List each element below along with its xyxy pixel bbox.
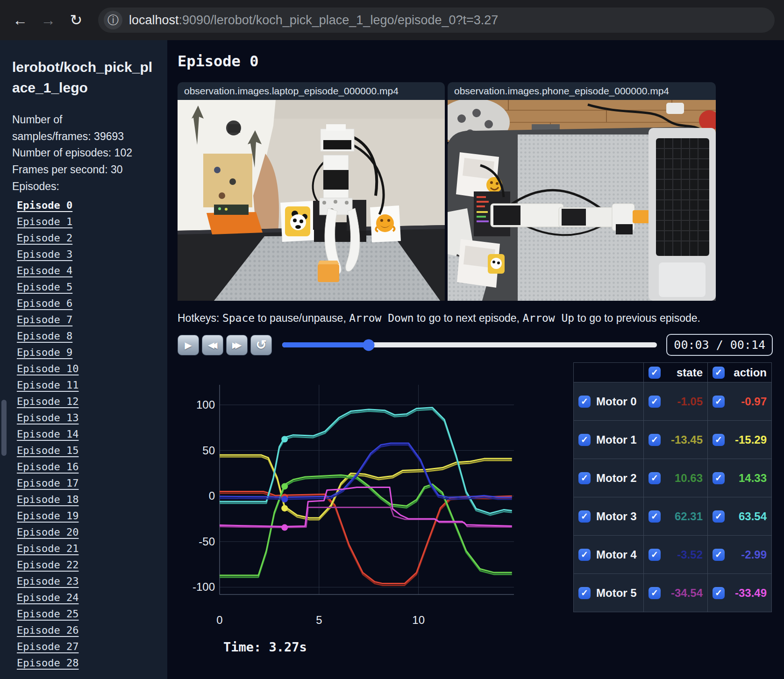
episode-link[interactable]: Episode 20: [17, 526, 78, 538]
svg-text:5: 5: [316, 614, 322, 626]
checkbox[interactable]: ✓: [713, 396, 725, 408]
checkbox[interactable]: ✓: [649, 549, 661, 561]
episode-link[interactable]: Episode 26: [17, 624, 78, 636]
episode-link[interactable]: Episode 18: [17, 494, 78, 505]
hotkeys-text: to go to previous episode.: [574, 312, 700, 324]
motor-action-cell: ✓63.54: [708, 497, 772, 536]
checkbox[interactable]: ✓: [713, 587, 725, 599]
checkbox[interactable]: ✓: [713, 367, 725, 379]
info-line: Number of episodes: 102: [12, 145, 155, 162]
svg-text:Time: 3.27s: Time: 3.27s: [223, 640, 307, 654]
forward-icon[interactable]: →: [37, 9, 59, 31]
motor-table: ✓state✓action ✓Motor 0✓-1.05✓-0.97✓Motor…: [573, 362, 772, 612]
checkbox[interactable]: ✓: [649, 510, 661, 523]
seek-slider-fill: [282, 342, 369, 347]
url-host: localhost: [129, 13, 179, 27]
episode-link[interactable]: Episode 17: [17, 477, 78, 489]
rewind-button[interactable]: ◀◀: [202, 335, 223, 355]
episode-link[interactable]: Episode 11: [17, 379, 78, 391]
loop-button[interactable]: ↺: [250, 335, 272, 355]
episode-link[interactable]: Episode 19: [17, 510, 78, 522]
url-text: localhost:9090/lerobot/koch_pick_place_1…: [129, 13, 498, 28]
episode-link[interactable]: Episode 27: [17, 641, 78, 652]
address-bar[interactable]: ⓘ localhost:9090/lerobot/koch_pick_place…: [98, 7, 775, 33]
episode-link[interactable]: Episode 24: [17, 592, 78, 603]
episode-link[interactable]: Episode 22: [17, 559, 78, 571]
episode-link[interactable]: Episode 25: [17, 608, 78, 620]
video-card-laptop: observation.images.laptop_episode_000000…: [178, 82, 445, 301]
checkbox[interactable]: ✓: [578, 396, 591, 408]
checkbox[interactable]: ✓: [649, 587, 661, 599]
checkbox[interactable]: ✓: [713, 434, 725, 446]
site-info-icon[interactable]: ⓘ: [104, 11, 122, 29]
motor-label-cell: ✓Motor 0: [574, 382, 644, 421]
motor-state-cell: ✓10.63: [644, 459, 708, 497]
play-button[interactable]: ▶: [178, 335, 199, 355]
motor-action-cell: ✓-0.97: [708, 382, 772, 421]
fast-forward-icon: ▶▶: [232, 340, 239, 350]
episode-link[interactable]: Episode 28: [17, 657, 78, 669]
motor-label: Motor 0: [596, 395, 637, 408]
checkbox[interactable]: ✓: [713, 549, 725, 561]
svg-text:10: 10: [412, 614, 425, 626]
episode-link[interactable]: Episode 2: [17, 232, 72, 244]
episode-link[interactable]: Episode 14: [17, 428, 78, 440]
svg-text:0: 0: [209, 489, 215, 502]
checkbox[interactable]: ✓: [649, 367, 661, 379]
hotkey-space: Space: [222, 312, 255, 324]
episode-link[interactable]: Episode 21: [17, 543, 78, 554]
episode-link[interactable]: Episode 0: [17, 199, 72, 211]
motor-column-header: [574, 363, 644, 382]
checkbox[interactable]: ✓: [649, 472, 661, 484]
episode-link[interactable]: Episode 15: [17, 445, 78, 456]
episode-link[interactable]: Episode 12: [17, 396, 78, 407]
dataset-info: Number of samples/frames: 39693 Number o…: [12, 112, 155, 195]
fast-forward-button[interactable]: ▶▶: [226, 335, 248, 355]
motor-label: Motor 4: [596, 548, 637, 561]
checkbox[interactable]: ✓: [649, 396, 661, 408]
motor-state-cell: ✓-34.54: [644, 574, 708, 612]
checkbox[interactable]: ✓: [578, 510, 591, 523]
episode-link[interactable]: Episode 16: [17, 461, 78, 473]
sidebar-scrollbar[interactable]: [1, 400, 7, 456]
column-header-action: ✓action: [708, 363, 772, 382]
svg-text:50: 50: [202, 444, 215, 457]
checkbox[interactable]: ✓: [578, 472, 591, 484]
reload-icon[interactable]: ↻: [65, 9, 87, 31]
page-title: Episode 0: [178, 52, 773, 70]
episode-link[interactable]: Episode 8: [17, 330, 72, 342]
episode-link[interactable]: Episode 4: [17, 265, 72, 276]
checkbox[interactable]: ✓: [713, 510, 725, 523]
episode-link[interactable]: Episode 13: [17, 412, 78, 424]
episode-link[interactable]: Episode 23: [17, 575, 78, 587]
motor-action-cell: ✓14.33: [708, 459, 772, 497]
info-line: samples/frames: 39693: [12, 128, 155, 145]
episode-link[interactable]: Episode 10: [17, 363, 78, 375]
episode-link[interactable]: Episode 6: [17, 297, 72, 309]
motor-action-value: -2.99: [730, 548, 767, 561]
checkbox[interactable]: ✓: [578, 549, 591, 561]
video-title-phone: observation.images.phone_episode_000000.…: [448, 82, 716, 100]
motor-label: Motor 2: [596, 472, 637, 485]
loop-icon: ↺: [256, 337, 266, 353]
svg-text:-50: -50: [199, 535, 215, 548]
episode-link[interactable]: Episode 1: [17, 216, 72, 227]
back-icon[interactable]: ←: [9, 9, 31, 31]
episode-link[interactable]: Episode 9: [17, 347, 72, 358]
seek-slider[interactable]: [282, 342, 657, 347]
checkbox[interactable]: ✓: [578, 587, 591, 599]
episode-link[interactable]: Episode 7: [17, 314, 72, 325]
motor-label-cell: ✓Motor 5: [574, 574, 644, 612]
motor-state-value: 62.31: [666, 510, 703, 523]
checkbox[interactable]: ✓: [649, 434, 661, 446]
motor-state-value: -3.52: [666, 548, 703, 561]
episode-link[interactable]: Episode 3: [17, 248, 72, 260]
player-controls: ▶ ◀◀ ▶▶ ↺ 00:03 / 00:14: [178, 334, 773, 356]
checkbox[interactable]: ✓: [578, 434, 591, 446]
motor-action-value: -0.97: [730, 395, 767, 408]
checkbox[interactable]: ✓: [713, 472, 725, 484]
episode-link[interactable]: Episode 5: [17, 281, 72, 293]
sidebar: lerobot/koch_pick_place_1_lego Number of…: [0, 40, 167, 679]
seek-slider-thumb[interactable]: [363, 339, 374, 351]
hotkeys-text: to pause/unpause,: [255, 312, 349, 324]
